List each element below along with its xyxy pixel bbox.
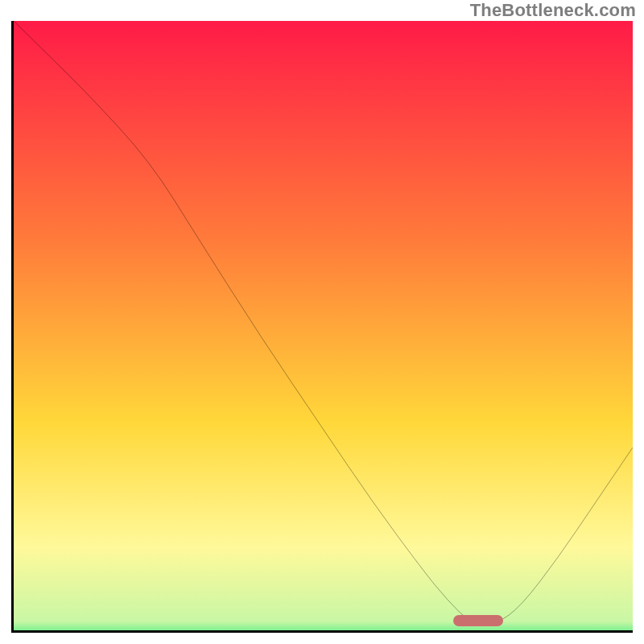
bottleneck-curve xyxy=(14,21,633,630)
watermark-text: TheBottleneck.com xyxy=(470,0,636,21)
optimal-range-marker xyxy=(453,615,503,626)
plot-area xyxy=(11,21,633,633)
bottleneck-chart: TheBottleneck.com xyxy=(0,0,644,644)
